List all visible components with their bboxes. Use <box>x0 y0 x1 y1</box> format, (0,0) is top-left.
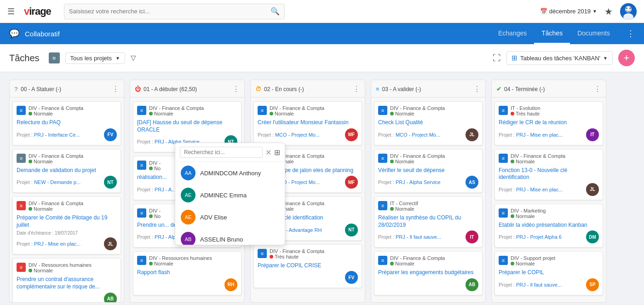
card-type-icon: ≡ <box>378 154 387 163</box>
task-card-0-1[interactable]: ≡ DIV - Finance & Compta Normale Demande… <box>12 149 121 193</box>
card-title[interactable]: Rédiger le CR de la réunion <box>499 119 599 127</box>
card-footer: Projet : PRJ - Il faut sauve... SP <box>499 278 599 291</box>
card-user-avatar: MF <box>345 128 358 141</box>
card-division: DIV - Support projet <box>511 255 599 261</box>
task-card-2-0[interactable]: ≡ DIV - Finance & Compta Normale Créer l… <box>253 101 362 145</box>
card-type-icon: ≡ <box>499 106 508 115</box>
card-title[interactable]: Rapport flash <box>137 269 237 276</box>
task-card-3-0[interactable]: ≡ DIV - Finance & Compta Normale Check L… <box>374 101 483 145</box>
svg-point-3 <box>626 7 627 9</box>
add-task-button[interactable]: + <box>618 50 635 66</box>
col-menu-3[interactable]: ⋮ <box>473 85 481 93</box>
kanban-view-button[interactable]: ⊞ Tableau des tâches 'KANBAN' ▼ <box>506 51 613 65</box>
card-title[interactable]: Check List Qualité <box>378 119 478 127</box>
card-division: IT - Correctif <box>390 201 478 206</box>
card-title[interactable]: [DAF] Hausse du seuil de dépense ORACLE <box>137 119 237 133</box>
card-user-avatar: MF <box>345 176 358 189</box>
card-top: ≡ DIV - Finance & Compta Normale <box>499 153 599 164</box>
card-project: Projet : MCO - Project Mo... <box>378 132 440 138</box>
dropdown-item-3[interactable]: AB ASSELIN Bruno <box>175 228 285 245</box>
card-priority: Normale <box>29 268 117 273</box>
card-division: DIV - Finance & Compta <box>390 255 478 261</box>
card-division: DIV - Finance & Compta <box>29 153 117 159</box>
dropdown-close-icon[interactable]: ✕ <box>265 148 271 157</box>
card-meta: DIV - Support projet Normale <box>511 255 599 266</box>
nav-tabs: Echanges Tâches Documents <box>491 23 617 44</box>
card-footer: Projet : PRJ - Projet Alpha 6 DM <box>499 230 599 243</box>
card-footer: FV <box>258 271 358 284</box>
task-card-4-1[interactable]: ≡ DIV - Finance & Compta Normale Fonctio… <box>494 149 603 200</box>
priority-dot <box>149 262 153 265</box>
dropdown-search-area: ✕ ⊞ <box>175 143 285 162</box>
task-card-3-1[interactable]: ≡ DIV - Finance & Compta Normale Vérifie… <box>374 149 483 193</box>
card-division: DIV - Finance & Compta <box>29 105 117 111</box>
card-title[interactable]: Etablir la vidéo présentation Kanban <box>499 222 599 229</box>
tab-taches[interactable]: Tâches <box>534 23 570 44</box>
card-title[interactable]: Créer l'utilisateur Monsieur Fantassin <box>258 119 358 127</box>
card-top: ≡ DIV - Finance & Compta Normale <box>17 105 117 116</box>
card-title[interactable]: Préparer le Comité de Pilotage du 19 jui… <box>17 214 117 229</box>
project-filter[interactable]: Tous les projets ▼ <box>65 52 125 64</box>
card-meta: DIV - Finance & Compta Normale <box>390 105 478 116</box>
card-title[interactable]: Préparer le COPIL <box>499 269 599 276</box>
task-card-3-3[interactable]: ≡ DIV - Finance & Compta Normale Prépare… <box>374 251 483 295</box>
col-menu-2[interactable]: ⋮ <box>353 85 360 93</box>
task-card-4-0[interactable]: ≡ IT - Evolution Très haute Rédiger le C… <box>494 101 603 145</box>
task-card-1-3[interactable]: ≡ DIV - Ressources humaines Normale Rapp… <box>133 251 242 295</box>
priority-dot <box>390 112 394 115</box>
card-title[interactable]: Relecture du PAQ <box>17 119 117 127</box>
fullscreen-icon[interactable]: ⛶ <box>493 53 501 63</box>
card-division: DIV - Finance & Compta <box>511 153 599 159</box>
task-view-icon[interactable]: ≡ <box>49 52 60 63</box>
task-card-0-0[interactable]: ≡ DIV - Finance & Compta Normale Relectu… <box>12 101 121 145</box>
dropdown-grid-icon[interactable]: ⊞ <box>274 148 280 157</box>
col-title-3: 03 - A valider (-) <box>382 86 471 92</box>
card-title[interactable]: Réaliser la synthèse du COPIL du 28/02/2… <box>378 214 478 229</box>
task-card-0-2[interactable]: ≡ DIV - Finance & Compta Normale Prépare… <box>12 196 121 254</box>
card-title[interactable]: Demande de validation du projet <box>17 167 117 174</box>
card-title[interactable]: Fonction 13-0 - Nouvelle clé identificat… <box>499 167 599 181</box>
col-menu-4[interactable]: ⋮ <box>594 85 601 93</box>
card-project: Projet : PRJ - Mise en plac... <box>17 241 80 247</box>
favorites-star-icon[interactable]: ★ <box>604 6 613 17</box>
task-card-4-2[interactable]: ≡ DIV - Marketing Normale Etablir la vid… <box>494 204 603 248</box>
filter-icon[interactable]: ▽ <box>131 54 136 62</box>
card-top: ≡ DIV - Marketing Normale <box>499 208 599 219</box>
task-card-4-3[interactable]: ≡ DIV - Support projet Normale Préparer … <box>494 251 603 295</box>
card-top: ≡ DIV - Finance & Compta Normale <box>137 105 237 116</box>
card-title[interactable]: Prendre un contrat d'assurance complémen… <box>17 276 117 290</box>
kanban-board: ? 00 - A Statuer (-) ⋮ ≡ DIV - Finance &… <box>0 72 644 305</box>
dropdown-item-2[interactable]: AE ADV Elise <box>175 206 285 228</box>
card-type-icon: ≡ <box>137 161 146 170</box>
column-body-4: ≡ IT - Evolution Très haute Rédiger le C… <box>492 98 606 302</box>
col-menu-0[interactable]: ⋮ <box>112 85 119 93</box>
card-division: DIV - Finance & Compta <box>270 248 358 254</box>
more-options-icon[interactable]: ⋮ <box>627 29 635 39</box>
card-user-avatar: FV <box>104 128 117 141</box>
search-input[interactable] <box>69 8 270 15</box>
task-card-2-3[interactable]: ≡ DIV - Finance & Compta Très haute Prép… <box>253 244 362 288</box>
dropdown-item-1[interactable]: AE ADMINEC Emma <box>175 184 285 206</box>
dropdown-item-0[interactable]: AA ADMINDCOM Anthony <box>175 162 285 184</box>
card-title[interactable]: Préparer les engagements budgétaires <box>378 269 478 276</box>
date-selector[interactable]: 📅 décembre 2019 ▼ <box>540 8 597 15</box>
card-top: ≡ DIV - Ressources humaines Normale <box>17 262 117 273</box>
user-avatar[interactable] <box>620 3 637 20</box>
task-card-0-3[interactable]: ≡ DIV - Ressources humaines Normale Pren… <box>12 258 121 302</box>
tab-echanges[interactable]: Echanges <box>491 23 534 44</box>
hamburger-menu[interactable]: ☰ <box>7 6 15 17</box>
dropdown-search-input[interactable] <box>180 147 263 158</box>
card-meta: DIV - Finance & Compta Normale <box>270 105 358 116</box>
card-user-avatar: SP <box>586 278 599 291</box>
search-bar[interactable]: 🔍 <box>64 4 285 19</box>
card-title[interactable]: Vérifier le seuil de dépense <box>378 167 478 174</box>
card-title[interactable]: Préparer le COPIL CRISE <box>258 262 358 270</box>
logo[interactable]: virage <box>24 6 51 17</box>
card-project: Projet : PRJ - A... <box>137 187 176 192</box>
card-user-avatar: AS <box>466 176 478 189</box>
card-user-avatar: NT <box>345 224 358 236</box>
page-header: Tâches ≡ Tous les projets ▼ ▽ ⛶ ⊞ Tablea… <box>0 44 644 72</box>
task-card-3-2[interactable]: ≡ IT - Correctif Normale Réaliser la syn… <box>374 196 483 247</box>
tab-documents[interactable]: Documents <box>570 23 617 44</box>
col-menu-1[interactable]: ⋮ <box>232 85 240 93</box>
